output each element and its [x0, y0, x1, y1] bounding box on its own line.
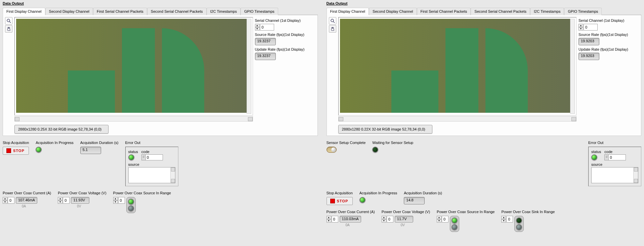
sensor-complete-toggle[interactable] — [327, 147, 337, 153]
error-source-scrollbar[interactable] — [170, 167, 175, 183]
pan-tool-button[interactable] — [5, 25, 12, 33]
image-info-readout: 2880x1280 0.25X 32-bit RGB image 52,78,3… — [14, 125, 109, 134]
spin-up-icon[interactable]: ▲ — [255, 24, 260, 27]
svg-line-3 — [333, 21, 335, 23]
poc-voltage-readout: 11.93V — [71, 197, 89, 204]
poc-source-label: Power Over Coax Source In Range — [437, 210, 495, 214]
error-source-label: source — [591, 162, 638, 166]
poc-voltage-index[interactable]: ▲▼ — [58, 197, 70, 204]
stop-button[interactable]: STOP — [3, 147, 29, 155]
acq-duration-label: Acquisition Duration (s) — [404, 191, 442, 195]
image-viewport[interactable] — [14, 17, 253, 115]
serial-channel-input[interactable]: ▲▼ — [578, 24, 639, 31]
error-code-label: code — [141, 150, 163, 154]
stop-acquisition-label: Stop Acquisition — [3, 141, 29, 145]
tab-second-serial[interactable]: Second Serial Channel Packets — [471, 8, 530, 15]
poc-current-index[interactable]: ▲▼ — [327, 216, 338, 223]
error-code-field[interactable]: d — [604, 154, 626, 160]
tab-body: 2880x1280 0.25X 32-bit RGB image 52,78,3… — [3, 15, 318, 136]
error-source-field[interactable] — [591, 167, 638, 183]
error-status-led — [591, 154, 597, 160]
vertical-scrollbar[interactable] — [570, 19, 575, 114]
tab-strip: First Display Channel Second Display Cha… — [327, 7, 642, 15]
serial-channel-field[interactable] — [584, 24, 598, 31]
magnifier-icon — [330, 18, 335, 23]
poc-voltage-readout: 11.7V — [395, 216, 413, 223]
magnifier-icon — [6, 18, 11, 23]
error-status-label: status — [591, 150, 601, 154]
source-rate-label: Source Rate (fps)(1st Display) — [255, 33, 315, 37]
horizontal-scrollbar[interactable] — [14, 116, 253, 121]
right-panel: Data Output First Display Channel Second… — [324, 0, 644, 235]
tab-first-serial[interactable]: First Serial Channel Packets — [417, 8, 471, 15]
error-cluster: status code d source — [588, 147, 641, 186]
error-out-label: Error Out — [588, 141, 641, 145]
poc-current-readout: 107.46mA — [16, 197, 37, 204]
poc-voltage-label: Power Over Coax Voltage (V) — [382, 210, 430, 214]
error-source-label: source — [128, 162, 175, 166]
horizontal-scrollbar[interactable] — [338, 116, 577, 121]
stop-button-text: STOP — [13, 149, 25, 153]
update-rate-label: Update Rate (fps)(1st Display) — [255, 47, 315, 51]
stop-button[interactable]: STOP — [327, 197, 353, 205]
serial-channel-input[interactable]: ▲▼ — [255, 24, 315, 31]
hand-icon — [330, 27, 335, 31]
poc-current-label: Power Over Coax Current (A) — [327, 210, 375, 214]
poc-source-led-stack — [450, 216, 459, 232]
error-cluster: status code d source — [125, 147, 178, 186]
tab-second-display[interactable]: Second Display Channel — [369, 8, 417, 15]
sensor-complete-label: Sensor Setup Complete — [327, 141, 366, 145]
tab-first-display[interactable]: First Display Channel — [327, 8, 369, 15]
source-rate-label: Source Rate (fps)(1st Display) — [578, 33, 639, 37]
serial-channel-field[interactable] — [260, 24, 274, 31]
poc-voltage-sub: 0V — [401, 223, 413, 227]
error-source-field[interactable] — [128, 167, 175, 183]
stop-acquisition-label: Stop Acquisition — [327, 191, 353, 195]
panel-title: Data Output — [327, 1, 348, 5]
poc-voltage-index[interactable]: ▲▼ — [382, 216, 393, 223]
svg-line-1 — [9, 21, 11, 23]
poc-source-index[interactable]: ▲▼ — [437, 216, 448, 223]
svg-point-0 — [7, 19, 10, 22]
zoom-tool-button[interactable] — [5, 17, 12, 24]
tab-i2c[interactable]: I2C Timestamps — [207, 8, 241, 15]
image-info-readout: 2880x1280 0.22X 32-bit RGB image 52,78,3… — [338, 125, 432, 134]
update-rate-readout: 19.3237 — [255, 53, 276, 60]
image-toolbar — [329, 17, 336, 134]
zoom-tool-button[interactable] — [329, 17, 336, 24]
poc-voltage-label: Power Over Coax Voltage (V) — [58, 191, 106, 195]
acq-in-progress-led — [359, 197, 366, 203]
pan-tool-button[interactable] — [329, 25, 336, 33]
poc-source-index[interactable]: ▲▼ — [113, 197, 125, 204]
stop-icon — [330, 199, 335, 203]
sensor-waiting-led — [372, 147, 378, 153]
acq-duration-readout: 14.8 — [404, 197, 425, 204]
image-toolbar — [5, 17, 12, 134]
vertical-scrollbar[interactable] — [247, 19, 251, 114]
image-viewport[interactable] — [338, 17, 577, 115]
poc-source-led-stack — [126, 197, 136, 213]
spin-down-icon[interactable]: ▼ — [255, 27, 260, 31]
error-status-led — [128, 154, 134, 160]
tab-gpio[interactable]: GPIO Timestamps — [564, 8, 602, 15]
tab-second-serial[interactable]: Second Serial Channel Packets — [147, 8, 207, 15]
tab-first-serial[interactable]: First Serial Channel Packets — [93, 8, 147, 15]
source-rate-readout: 19.3237 — [255, 38, 276, 45]
poc-sink-label: Power Over Coax Sink In Range — [501, 210, 555, 214]
acq-in-progress-label: Acquisition In Progress — [359, 191, 397, 195]
poc-current-index[interactable]: ▲▼ — [3, 197, 14, 204]
tab-i2c[interactable]: I2C Timestamps — [530, 8, 564, 15]
poc-sink-led-stack — [514, 216, 524, 232]
update-rate-label: Update Rate (fps)(1st Display) — [578, 47, 639, 51]
source-rate-readout: 19.9203 — [578, 38, 599, 45]
tab-first-display[interactable]: First Display Channel — [3, 8, 45, 15]
poc-voltage-sub: 0V — [77, 204, 89, 208]
panel-title: Data Output — [3, 1, 24, 5]
poc-sink-index[interactable]: ▲▼ — [501, 216, 513, 223]
error-source-scrollbar[interactable] — [633, 167, 638, 183]
poc-source-led-bottom — [128, 205, 134, 211]
tab-second-display[interactable]: Second Display Channel — [45, 8, 93, 15]
tab-gpio[interactable]: GPIO Timestamps — [241, 8, 278, 15]
error-code-field[interactable]: d — [141, 154, 163, 160]
poc-current-sub: 0A — [346, 223, 361, 227]
